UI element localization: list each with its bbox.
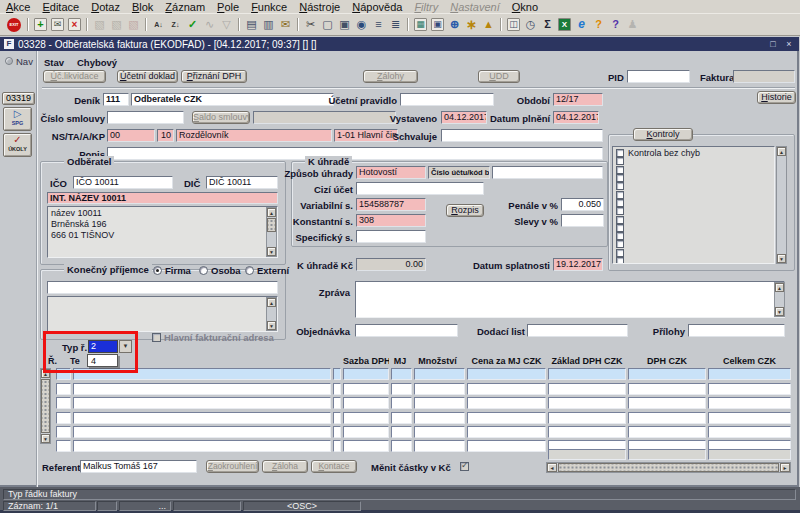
invoice-row-cell[interactable]	[414, 426, 465, 438]
invoice-row-cell[interactable]	[467, 412, 546, 424]
invoice-row-cell[interactable]	[73, 440, 331, 452]
osoba-radio[interactable]	[199, 266, 208, 275]
fetch-play-icon[interactable]: ▧	[108, 17, 125, 33]
menu-item[interactable]: Dotaz	[91, 1, 120, 13]
chart-icon[interactable]: ▦	[414, 18, 427, 31]
cislo-smlouvy-field[interactable]	[107, 111, 184, 124]
invoice-row-cell[interactable]	[467, 383, 546, 395]
menu-item[interactable]: Blok	[132, 1, 153, 13]
invoice-row-cell[interactable]	[708, 368, 791, 380]
table-vertical-scrollbar[interactable]: ▲ ▼	[40, 368, 51, 444]
rozpis-button[interactable]: Rozpis	[446, 204, 484, 217]
kontace-button[interactable]: Kontace	[311, 460, 357, 473]
menu-item[interactable]: Editace	[42, 1, 79, 13]
invoice-row-cell[interactable]	[73, 397, 331, 409]
mail-icon[interactable]: ✉	[277, 17, 294, 33]
copy-icon[interactable]: ▢	[319, 17, 336, 33]
invoice-row-cell[interactable]	[628, 412, 706, 424]
invoice-row-cell[interactable]	[333, 440, 341, 452]
datum-splatnosti-field[interactable]: 19.12.2017	[553, 258, 603, 271]
invoice-row-cell[interactable]	[56, 440, 71, 452]
invoice-row-cell[interactable]	[343, 440, 389, 452]
save-disk-icon[interactable]: ▣	[431, 18, 444, 31]
help-search-icon[interactable]: ?	[590, 17, 607, 33]
kontrola-checkbox[interactable]	[616, 191, 624, 199]
konstantni-field[interactable]: 308	[356, 214, 426, 227]
invoice-row-cell[interactable]	[56, 397, 71, 409]
scroll-thumb[interactable]	[267, 218, 276, 232]
scroll-thumb[interactable]	[41, 379, 50, 433]
invoice-row-cell[interactable]	[343, 426, 389, 438]
invoice-row-cell[interactable]	[56, 412, 71, 424]
export-doc-icon[interactable]: ◫	[507, 18, 520, 31]
window-restore-button[interactable]: □	[767, 39, 779, 49]
typ-radku-combobox[interactable]: 2	[88, 340, 118, 353]
invoice-row-cell[interactable]	[628, 426, 706, 438]
odberatel-address[interactable]: název 10011 Brněnská 196 666 01 TIŠNOV	[47, 206, 278, 258]
sidebar-window-button[interactable]: 03319	[2, 92, 35, 105]
invoice-row-cell[interactable]	[343, 397, 389, 409]
ns-field-1[interactable]: 00	[107, 129, 155, 142]
invoice-row-cell[interactable]	[333, 383, 341, 395]
menit-castky-checkbox[interactable]: ✓	[460, 462, 469, 471]
kontrola-checkbox[interactable]	[616, 149, 624, 157]
invoice-row-cell[interactable]	[467, 426, 546, 438]
k-uhrade-kc-field[interactable]: 0.00	[356, 258, 426, 271]
invoice-row-cell[interactable]	[628, 383, 706, 395]
popis-field[interactable]	[107, 147, 603, 160]
invoice-row-cell[interactable]	[73, 426, 331, 438]
invoice-row-cell[interactable]	[73, 412, 331, 424]
kontrola-checkbox[interactable]	[616, 166, 624, 174]
clock-icon[interactable]: ◷	[522, 17, 539, 33]
invoice-row-cell[interactable]	[414, 397, 465, 409]
sidebar-spg-button[interactable]: ▷ SPG	[3, 107, 32, 131]
invoice-row-cell[interactable]	[343, 383, 389, 395]
dodaci-list-field[interactable]	[527, 324, 628, 337]
slevy-field[interactable]	[561, 214, 604, 227]
invoice-row-cell[interactable]	[343, 368, 389, 380]
zpusob-uhrady-field[interactable]: Hotovostí	[356, 166, 426, 179]
ns-field-3[interactable]: Rozdělovník	[176, 129, 332, 142]
externi-radio[interactable]	[245, 266, 254, 275]
invoice-row-cell[interactable]	[414, 368, 465, 380]
scroll-down-icon[interactable]: ▼	[41, 434, 50, 443]
scroll-up-icon[interactable]: ▲	[777, 147, 786, 156]
excel-icon[interactable]: X	[558, 18, 571, 31]
invoice-row-cell[interactable]	[333, 368, 341, 380]
ucetni-doklad-button[interactable]: Účetní doklad	[117, 70, 178, 83]
invoice-row-cell[interactable]	[73, 368, 331, 380]
kontrola-checkbox[interactable]	[616, 240, 624, 248]
invoice-row-cell[interactable]	[414, 412, 465, 424]
udd-button[interactable]: UDD	[478, 70, 520, 83]
invoice-row-cell[interactable]	[391, 383, 412, 395]
menu-item[interactable]: Filtry	[414, 1, 438, 13]
uc-likvidace-button[interactable]: Úč.likvidace	[43, 70, 106, 83]
scroll-up-icon[interactable]: ▲	[267, 208, 276, 217]
saldo-smlouvy-field[interactable]	[253, 111, 396, 124]
schvaluje-field[interactable]	[441, 129, 603, 142]
denik-name-field[interactable]: Odberatele CZK	[131, 93, 334, 106]
kontrola-checkbox[interactable]	[616, 207, 624, 215]
fetch-delete-icon[interactable]: ▧	[125, 17, 142, 33]
prilohy-field[interactable]	[688, 324, 785, 337]
invoice-row-cell[interactable]	[467, 440, 546, 452]
exit-button[interactable]: EXIT	[7, 18, 21, 32]
invoice-row-cell[interactable]	[708, 412, 791, 424]
ucetni-pravidlo-field[interactable]	[400, 93, 494, 106]
kontroly-scrollbar[interactable]: ▲ ▼	[776, 146, 787, 264]
invoice-row-cell[interactable]	[548, 383, 626, 395]
scroll-down-icon[interactable]: ▼	[267, 321, 276, 330]
new-record-icon[interactable]: +	[34, 18, 47, 31]
objednavka-field[interactable]	[355, 324, 458, 337]
paste-icon[interactable]: ▣	[336, 17, 353, 33]
invoice-row-cell[interactable]	[628, 397, 706, 409]
firma-radio[interactable]	[153, 266, 162, 275]
hlavni-adresa-checkbox[interactable]	[152, 333, 161, 342]
invoice-row-cell[interactable]	[628, 368, 706, 380]
kontrola-checkbox[interactable]	[616, 216, 624, 224]
commit-icon[interactable]: ✓	[184, 17, 201, 33]
menu-item[interactable]: Nastavení	[450, 1, 500, 13]
menu-item[interactable]: Okno	[512, 1, 538, 13]
scroll-left-icon[interactable]: ◄	[547, 463, 557, 472]
invoice-row-cell[interactable]	[56, 426, 71, 438]
